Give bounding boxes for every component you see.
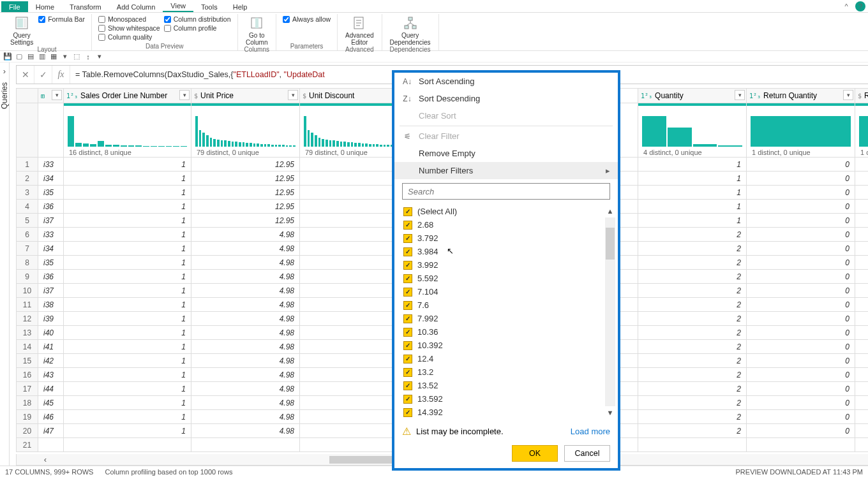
tab-addcolumn[interactable]: Add Column	[109, 1, 163, 12]
ok-button[interactable]: OK	[512, 445, 558, 462]
datatype-icon[interactable]: 1²₃	[66, 92, 78, 99]
filter-value-item[interactable]: ✓7.104	[402, 285, 605, 298]
filter-search-input[interactable]	[402, 183, 610, 200]
column-header[interactable]: 1²₃Return Quantity▾	[747, 89, 855, 103]
column-header[interactable]: $Re▾	[855, 89, 869, 103]
tab-help[interactable]: Help	[225, 1, 255, 12]
column-dropdown-icon[interactable]: ▾	[843, 90, 853, 100]
filter-value-item[interactable]: ✓(Select All)	[402, 205, 605, 218]
load-more-link[interactable]: Load more	[571, 427, 610, 436]
datatype-icon[interactable]: $	[194, 92, 198, 99]
checkbox-icon[interactable]: ✓	[403, 274, 412, 283]
chk-column-profile[interactable]: Column profile	[164, 24, 231, 32]
scroll-up-icon[interactable]: ▲	[605, 205, 615, 217]
qat-icon[interactable]: ▥	[37, 52, 47, 62]
datatype-icon[interactable]: 1²₃	[749, 92, 761, 99]
filter-value-item[interactable]: ✓12.4	[402, 352, 605, 365]
qat-icon[interactable]: ▦	[49, 52, 59, 62]
filter-value-item[interactable]: ✓13.2	[402, 365, 605, 379]
goto-column-button[interactable]: Go to Column	[244, 14, 269, 46]
sort-descending[interactable]: Z↓Sort Descending	[394, 90, 618, 107]
expand-queries-icon[interactable]: ›	[3, 66, 6, 76]
chk-column-distribution[interactable]: Column distribution	[164, 15, 231, 23]
column-dropdown-icon[interactable]: ▾	[52, 90, 62, 100]
column-dropdown-icon[interactable]: ▾	[735, 90, 745, 100]
checkbox-icon[interactable]: ✓	[403, 221, 412, 230]
advanced-editor-button[interactable]: Advanced Editor	[344, 14, 375, 46]
profile-text: 1 disti	[860, 149, 868, 156]
collapse-ribbon-icon[interactable]: ^	[841, 1, 851, 11]
qat-icon[interactable]: ▤	[26, 52, 36, 62]
chk-column-quality[interactable]: Column quality	[98, 33, 160, 41]
filter-value-item[interactable]: ✓5.592	[402, 272, 605, 285]
column-name: Unit Price	[200, 91, 234, 100]
tab-home[interactable]: Home	[28, 1, 62, 12]
checkbox-icon[interactable]: ✓	[403, 341, 412, 350]
scroll-down-icon[interactable]: ▼	[605, 406, 615, 419]
checkbox-icon[interactable]: ✓	[403, 395, 412, 404]
checkbox-icon[interactable]: ✓	[403, 381, 412, 390]
column-header[interactable]: 1²₃Quantity▾	[638, 89, 747, 103]
chk-monospaced[interactable]: Monospaced	[98, 15, 160, 23]
fx-cancel-icon[interactable]: ✕	[17, 66, 34, 84]
checkbox-icon[interactable]: ✓	[403, 355, 412, 363]
chk-formula-bar[interactable]: Formula Bar	[38, 15, 85, 23]
tab-tools[interactable]: Tools	[193, 1, 225, 12]
scroll-left-icon[interactable]: ‹	[38, 455, 52, 464]
tab-file[interactable]: File	[1, 1, 28, 12]
cancel-button[interactable]: Cancel	[564, 445, 610, 462]
checkbox-icon[interactable]: ✓	[403, 301, 412, 310]
number-filters[interactable]: Number Filters▸	[394, 162, 618, 179]
filter-list-scroll[interactable]: ▲ ▼	[605, 205, 615, 419]
queries-label[interactable]: Queries	[0, 82, 9, 109]
query-dependencies-button[interactable]: Query Dependencies	[389, 14, 432, 46]
warning-icon: ⚠	[402, 425, 411, 437]
checkbox-icon[interactable]: ✓	[403, 408, 412, 417]
checkbox-icon[interactable]: ✓	[403, 328, 412, 337]
filter-value-item[interactable]: ✓3.792	[402, 231, 605, 245]
qat-more-icon[interactable]: ▾	[94, 52, 105, 62]
filter-value-item[interactable]: ✓10.36	[402, 325, 605, 339]
filter-value-item[interactable]: ✓2.68	[402, 218, 605, 231]
filter-value-item[interactable]: ✓10.392	[402, 339, 605, 352]
sort-ascending[interactable]: A↓Sort Ascending	[394, 73, 618, 90]
datatype-icon[interactable]: 1²₃	[641, 92, 652, 99]
checkbox-icon[interactable]: ✓	[403, 247, 412, 256]
checkbox-icon[interactable]: ✓	[403, 368, 412, 377]
filter-value-item[interactable]: ✓3.984	[402, 245, 605, 258]
checkbox-icon[interactable]: ✓	[403, 234, 412, 243]
checkbox-icon[interactable]: ✓	[403, 261, 412, 270]
checkbox-icon[interactable]: ✓	[403, 207, 412, 216]
filter-value-item[interactable]: ✓13.592	[402, 392, 605, 406]
filter-value-item[interactable]: ✓3.992	[402, 258, 605, 272]
fx-expand-icon[interactable]: ⌄	[864, 70, 868, 80]
filter-value-item[interactable]: ✓13.52	[402, 379, 605, 392]
filter-value-item[interactable]: ✓7.992	[402, 312, 605, 325]
qat-save-icon[interactable]: 💾	[3, 52, 13, 62]
datatype-icon[interactable]: ⊞	[41, 92, 45, 99]
column-header[interactable]: $Unit Price▾	[191, 89, 300, 103]
column-header[interactable]: 1²₃Sales Order Line Number▾	[64, 89, 191, 103]
checkbox-icon[interactable]: ✓	[403, 288, 412, 297]
column-dropdown-icon[interactable]: ▾	[288, 90, 298, 100]
filter-value-item[interactable]: ✓14.392	[402, 406, 605, 419]
qat-icon[interactable]: ↕	[83, 52, 93, 62]
qat-icon[interactable]: ⬚	[71, 52, 82, 62]
fx-commit-icon[interactable]: ✓	[34, 66, 52, 84]
query-settings-button[interactable]: Query Settings	[9, 14, 34, 46]
qat-icon[interactable]: ▢	[14, 52, 24, 62]
datatype-icon[interactable]: $	[303, 92, 306, 99]
column-dropdown-icon[interactable]: ▾	[179, 90, 190, 100]
checkbox-icon[interactable]: ✓	[403, 314, 412, 323]
tab-view[interactable]: View	[163, 0, 193, 12]
fx-icon[interactable]: fx	[52, 66, 70, 84]
tab-transform[interactable]: Transform	[62, 1, 109, 12]
help-icon[interactable]: ?	[855, 1, 865, 11]
chk-always-allow[interactable]: Always allow	[283, 15, 331, 23]
column-header[interactable]: ⊞▾	[38, 89, 64, 103]
datatype-icon[interactable]: $	[858, 92, 862, 99]
remove-empty[interactable]: Remove Empty	[394, 145, 618, 162]
chk-show-whitespace[interactable]: Show whitespace	[98, 24, 160, 32]
filter-value-item[interactable]: ✓7.6	[402, 298, 605, 312]
qat-icon[interactable]: ▾	[60, 52, 70, 62]
